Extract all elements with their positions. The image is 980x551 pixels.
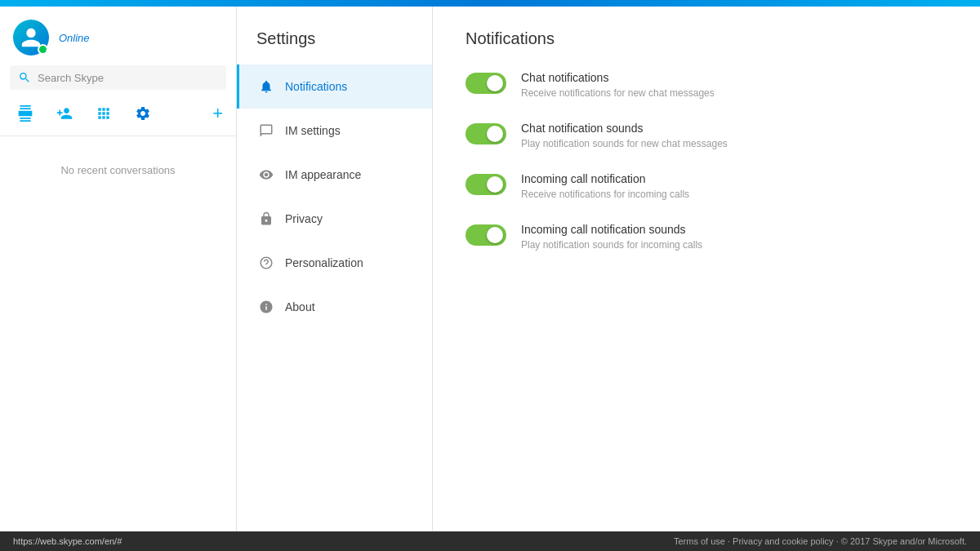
status-bar: https://web.skype.com/en/# Terms of use … (0, 531, 980, 551)
search-icon (18, 71, 31, 84)
bell-icon (259, 79, 274, 94)
chat-sounds-toggle[interactable] (466, 123, 506, 144)
status-text: Online (59, 32, 90, 44)
add-contact-icon (56, 105, 73, 122)
online-badge (38, 44, 48, 55)
sidebar-toolbar: + (0, 98, 236, 132)
settings-panel: Settings Notifications IM settings IM ap… (237, 7, 433, 531)
settings-button[interactable] (131, 101, 155, 126)
lock-icon (259, 211, 274, 226)
add-contact-button[interactable] (52, 101, 77, 126)
toggle-slider (466, 174, 506, 195)
incoming-call-sounds-toggle[interactable] (466, 224, 506, 246)
content-panel: Notifications Chat notifications Receive… (433, 7, 980, 531)
nav-notifications-label: Notifications (285, 80, 347, 93)
add-button[interactable]: + (212, 103, 223, 124)
settings-nav-about[interactable]: About (237, 285, 432, 329)
notification-item-chat: Chat notifications Receive notifications… (466, 71, 947, 99)
chat-sounds-label: Chat notification sounds (521, 122, 728, 135)
eye-icon (259, 167, 274, 182)
contacts-button[interactable] (13, 101, 38, 126)
search-bar[interactable]: Search Skype (10, 65, 226, 90)
settings-icon (135, 105, 151, 122)
settings-nav-im-settings[interactable]: IM settings (237, 109, 432, 153)
nav-personalization-label: Personalization (285, 256, 363, 269)
chat-notifications-info: Chat notifications Receive notifications… (521, 71, 715, 99)
content-title: Notifications (466, 29, 947, 48)
contacts-icon (17, 105, 33, 122)
settings-nav-privacy[interactable]: Privacy (237, 197, 432, 241)
toggle-slider (466, 73, 506, 94)
toggle-slider (466, 224, 506, 246)
notification-item-incoming-call-sounds: Incoming call notification sounds Play n… (466, 223, 947, 251)
incoming-call-info: Incoming call notification Receive notif… (521, 172, 689, 200)
incoming-call-desc: Receive notifications for incoming calls (521, 189, 689, 200)
nav-privacy-label: Privacy (285, 212, 323, 225)
incoming-call-sounds-label: Incoming call notification sounds (521, 223, 702, 236)
toggle-slider (466, 123, 506, 144)
chat-notifications-label: Chat notifications (521, 71, 715, 84)
chat-sounds-info: Chat notification sounds Play notificati… (521, 122, 728, 149)
no-conversations-text: No recent conversations (0, 140, 236, 201)
incoming-call-toggle[interactable] (466, 174, 506, 195)
settings-nav-personalization[interactable]: Personalization (237, 241, 432, 285)
avatar[interactable] (13, 20, 49, 56)
personalization-icon (259, 256, 274, 270)
apps-button[interactable] (91, 101, 116, 126)
search-placeholder: Search Skype (38, 72, 104, 84)
chat-notifications-desc: Receive notifications for new chat messa… (521, 87, 715, 99)
nav-about-label: About (285, 300, 315, 313)
main-layout: Online Search Skype (0, 7, 980, 531)
chat-sounds-desc: Play notification sounds for new chat me… (521, 138, 728, 149)
settings-title: Settings (237, 7, 432, 64)
incoming-call-label: Incoming call notification (521, 172, 689, 185)
nav-im-appearance-label: IM appearance (285, 168, 361, 181)
sidebar: Online Search Skype (0, 7, 237, 531)
status-url: https://web.skype.com/en/# (13, 536, 122, 546)
settings-nav-notifications[interactable]: Notifications (237, 64, 432, 109)
nav-im-settings-label: IM settings (285, 124, 341, 137)
chat-notifications-toggle[interactable] (466, 73, 506, 94)
profile-section: Online (0, 7, 236, 65)
incoming-call-sounds-desc: Play notification sounds for incoming ca… (521, 239, 702, 251)
sidebar-divider (0, 136, 236, 136)
notification-item-incoming-call: Incoming call notification Receive notif… (466, 172, 947, 200)
incoming-call-sounds-info: Incoming call notification sounds Play n… (521, 223, 702, 251)
footer-text: Terms of use · Privacy and cookie policy… (674, 536, 967, 546)
settings-nav-im-appearance[interactable]: IM appearance (237, 153, 432, 197)
top-gradient-bar (0, 0, 980, 7)
notification-item-chat-sounds: Chat notification sounds Play notificati… (466, 122, 947, 149)
chat-icon (259, 123, 274, 138)
apps-icon (96, 105, 112, 122)
info-icon (259, 300, 274, 314)
